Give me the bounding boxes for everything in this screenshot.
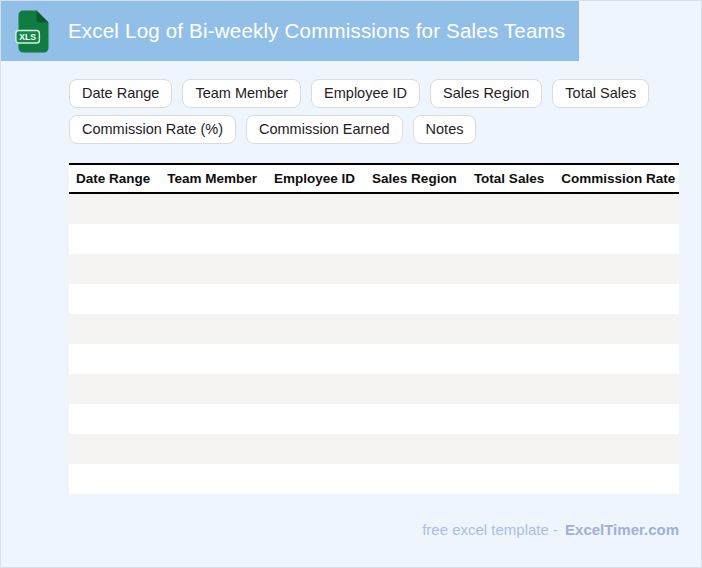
table-row xyxy=(69,404,679,434)
page-title: Excel Log of Bi-weekly Commissions for S… xyxy=(68,19,565,43)
table-row xyxy=(69,224,679,254)
chip-date-range[interactable]: Date Range xyxy=(69,79,172,108)
table-row xyxy=(69,464,679,494)
table-row xyxy=(69,434,679,464)
col-header-employee-id: Employee ID xyxy=(274,171,355,186)
commissions-table: Date Range Team Member Employee ID Sales… xyxy=(69,163,679,494)
chip-team-member[interactable]: Team Member xyxy=(182,79,301,108)
chip-employee-id[interactable]: Employee ID xyxy=(311,79,420,108)
table-row xyxy=(69,254,679,284)
chip-total-sales[interactable]: Total Sales xyxy=(552,79,649,108)
footer-text: free excel template - xyxy=(422,521,558,538)
table-row xyxy=(69,374,679,404)
col-header-commission-rate: Commission Rate (%) xyxy=(561,171,679,186)
table-row xyxy=(69,314,679,344)
table-row xyxy=(69,284,679,314)
field-chip-list: Date Range Team Member Employee ID Sales… xyxy=(69,79,654,144)
col-header-date-range: Date Range xyxy=(76,171,150,186)
xls-file-icon: XLS xyxy=(15,10,50,53)
table-header-row: Date Range Team Member Employee ID Sales… xyxy=(69,163,679,194)
chip-commission-rate[interactable]: Commission Rate (%) xyxy=(69,115,236,144)
table-row xyxy=(69,194,679,224)
footer-brand-link[interactable]: ExcelTimer.com xyxy=(565,521,679,538)
chip-sales-region[interactable]: Sales Region xyxy=(430,79,542,108)
xls-icon-label: XLS xyxy=(19,32,36,42)
app-header: XLS Excel Log of Bi-weekly Commissions f… xyxy=(1,1,579,61)
chip-commission-earned[interactable]: Commission Earned xyxy=(246,115,403,144)
footer: free excel template -ExcelTimer.com xyxy=(1,521,679,538)
table-body xyxy=(69,194,679,494)
col-header-team-member: Team Member xyxy=(167,171,257,186)
table-row xyxy=(69,344,679,374)
chip-notes[interactable]: Notes xyxy=(413,115,477,144)
col-header-sales-region: Sales Region xyxy=(372,171,457,186)
col-header-total-sales: Total Sales xyxy=(474,171,544,186)
